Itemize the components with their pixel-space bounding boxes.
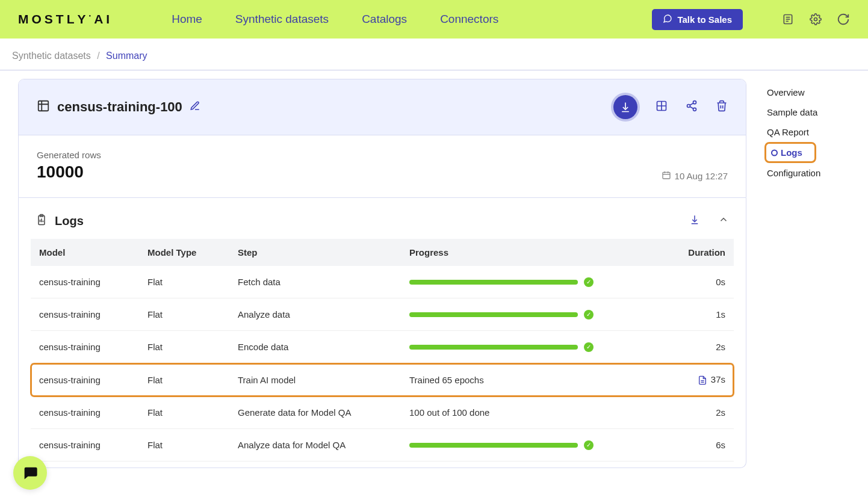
- cell-model-type: Flat: [139, 298, 229, 331]
- sidenav-item-qa-report[interactable]: QA Report: [764, 122, 860, 142]
- cell-model: census-training: [31, 331, 139, 363]
- dataset-header-card: census-training-100: [18, 79, 746, 198]
- cell-duration: 1s: [668, 298, 734, 331]
- top-icons: [781, 13, 850, 26]
- talk-to-sales-button[interactable]: Talk to Sales: [652, 9, 743, 30]
- cell-progress: ✓: [401, 298, 668, 331]
- collapse-icon[interactable]: [718, 214, 729, 227]
- table-row[interactable]: census-trainingFlatAnalyze data for Mode…: [31, 429, 734, 461]
- sidenav-item-sample-data[interactable]: Sample data: [764, 102, 860, 122]
- svg-point-14: [693, 108, 696, 111]
- download-logs-icon[interactable]: [689, 214, 700, 227]
- breadcrumb-separator: /: [97, 51, 99, 61]
- refresh-icon[interactable]: [837, 13, 850, 26]
- side-nav: OverviewSample dataQA ReportLogsConfigur…: [764, 79, 860, 468]
- cell-model: census-training: [31, 266, 139, 298]
- svg-rect-5: [39, 101, 49, 111]
- progress-bar: [409, 312, 578, 317]
- logs-title: Logs: [55, 214, 84, 228]
- sidenav-item-overview[interactable]: Overview: [764, 82, 860, 102]
- svg-point-13: [687, 105, 690, 108]
- svg-line-16: [690, 103, 693, 105]
- cell-step: Encode data: [229, 331, 401, 363]
- nav-catalogs[interactable]: Catalogs: [362, 13, 407, 26]
- cell-duration: 2s: [668, 397, 734, 429]
- clipboard-icon: [36, 214, 48, 228]
- col-model-type: Model Type: [139, 239, 229, 266]
- cell-duration: 0s: [668, 266, 734, 298]
- cell-progress: 100 out of 100 done: [401, 397, 668, 429]
- chat-fab[interactable]: [13, 456, 47, 490]
- calendar-icon: [662, 170, 671, 182]
- svg-rect-17: [663, 172, 670, 179]
- settings-icon[interactable]: [809, 13, 822, 26]
- cell-model: census-training: [31, 363, 139, 397]
- col-model: Model: [31, 239, 139, 266]
- progress-bar: [409, 345, 578, 350]
- cell-progress: ✓: [401, 429, 668, 461]
- cell-duration: 37s: [668, 363, 734, 397]
- cell-model-type: Flat: [139, 429, 229, 461]
- topbar: MOSTLY●AI Home Synthetic datasets Catalo…: [0, 0, 868, 39]
- check-icon: ✓: [584, 342, 594, 352]
- timestamp-text: 10 Aug 12:27: [675, 171, 728, 181]
- file-icon[interactable]: [698, 375, 707, 385]
- nav-home[interactable]: Home: [172, 13, 202, 26]
- col-step: Step: [229, 239, 401, 266]
- breadcrumb-root[interactable]: Synthetic datasets: [12, 51, 91, 61]
- table-row[interactable]: census-trainingFlatAnalyze data✓1s: [31, 298, 734, 331]
- breadcrumb-current: Summary: [106, 51, 147, 61]
- cell-step: Generate data for Model QA: [229, 397, 401, 429]
- share-icon[interactable]: [686, 100, 698, 114]
- nav-synthetic-datasets[interactable]: Synthetic datasets: [235, 13, 329, 26]
- generated-rows-label: Generated rows: [37, 150, 101, 160]
- talk-to-sales-label: Talk to Sales: [677, 14, 732, 25]
- cell-model: census-training: [31, 298, 139, 331]
- table-row[interactable]: census-trainingFlatGenerate data for Mod…: [31, 397, 734, 429]
- dataset-title: census-training-100: [57, 99, 182, 115]
- generated-rows-value: 10000: [37, 162, 101, 182]
- brand-logo[interactable]: MOSTLY●AI: [18, 12, 111, 26]
- cell-step: Analyze data for Model QA: [229, 429, 401, 461]
- check-icon: ✓: [584, 277, 594, 287]
- chat-icon: [663, 14, 672, 25]
- logs-card: Logs Model Model Type Step: [18, 198, 746, 468]
- columns-icon[interactable]: [656, 100, 668, 114]
- svg-point-4: [814, 18, 817, 21]
- delete-icon[interactable]: [716, 100, 728, 114]
- cell-step: Fetch data: [229, 266, 401, 298]
- cell-model: census-training: [31, 429, 139, 461]
- docs-icon[interactable]: [781, 13, 795, 26]
- svg-point-12: [693, 101, 696, 104]
- nav-connectors[interactable]: Connectors: [440, 13, 498, 26]
- logs-table: Model Model Type Step Progress Duration …: [31, 239, 734, 461]
- progress-bar: [409, 280, 578, 285]
- cell-duration: 6s: [668, 429, 734, 461]
- timestamp: 10 Aug 12:27: [662, 170, 728, 182]
- col-duration: Duration: [668, 239, 734, 266]
- table-row[interactable]: census-trainingFlatFetch data✓0s: [31, 266, 734, 298]
- cell-model-type: Flat: [139, 331, 229, 363]
- sidenav-item-configuration[interactable]: Configuration: [764, 163, 860, 183]
- cell-model-type: Flat: [139, 363, 229, 397]
- cell-model-type: Flat: [139, 397, 229, 429]
- cell-step: Analyze data: [229, 298, 401, 331]
- col-progress: Progress: [401, 239, 668, 266]
- table-row[interactable]: census-trainingFlatEncode data✓2s: [31, 331, 734, 363]
- download-button[interactable]: [613, 95, 637, 119]
- check-icon: ✓: [584, 440, 594, 450]
- nav-links: Home Synthetic datasets Catalogs Connect…: [172, 13, 628, 26]
- table-row[interactable]: census-trainingFlatTrain AI modelTrained…: [31, 363, 734, 397]
- cell-model: census-training: [31, 397, 139, 429]
- cell-model-type: Flat: [139, 266, 229, 298]
- check-icon: ✓: [584, 310, 594, 319]
- cell-duration: 2s: [668, 331, 734, 363]
- progress-bar: [409, 443, 578, 448]
- breadcrumb: Synthetic datasets / Summary: [0, 39, 868, 70]
- cell-progress: Trained 65 epochs: [401, 363, 668, 397]
- sidenav-item-logs[interactable]: Logs: [764, 142, 816, 163]
- edit-icon[interactable]: [190, 100, 200, 114]
- cell-step: Train AI model: [229, 363, 401, 397]
- cell-progress: ✓: [401, 331, 668, 363]
- table-icon: [37, 99, 50, 115]
